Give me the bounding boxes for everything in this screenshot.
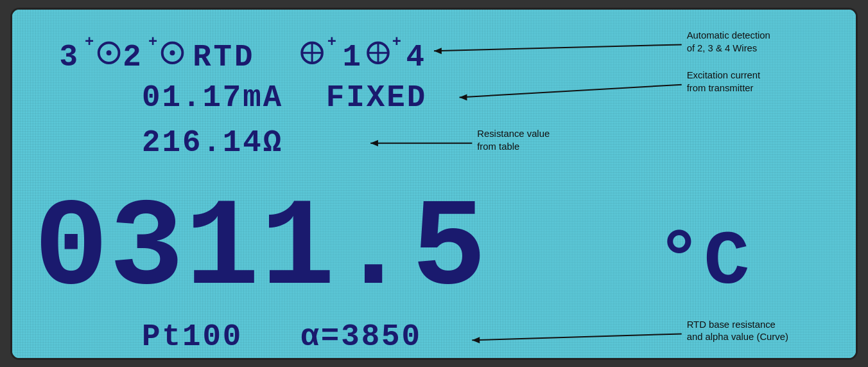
annotation-auto-line2: of 2, 3 & 4 Wires [687, 43, 758, 53]
row1-dot2 [170, 50, 175, 55]
row1-plus3: + [327, 33, 336, 51]
row1-plus2: + [148, 33, 157, 51]
annotation-excitation-line1: Excitation current [687, 69, 761, 80]
annotation-resistance-line2: from table [477, 141, 519, 151]
unit-degree: ° [656, 219, 702, 306]
main-reading: 0311.5 [34, 179, 487, 320]
unit-c: C [704, 219, 749, 306]
annotation-rtd-line2: and alpha value (Curve) [687, 332, 788, 342]
row1-4: 4 [406, 40, 424, 75]
row1-text: 3 [59, 40, 78, 75]
annotation-excitation-line2: from transmitter [687, 82, 754, 93]
lcd-display: 3 + 2 + RTD + 1 + 4 01.17mA FIXED 216.14… [10, 8, 858, 360]
annotation-rtd-line1: RTD base resistance [687, 319, 776, 329]
row1-1: 1 [343, 40, 361, 75]
row5-pt100: Pt100 [142, 319, 243, 354]
row3-resistance: 216.14Ω [142, 125, 283, 159]
row1-2: 2 [123, 40, 142, 75]
annotation-resistance-line1: Resistance value [477, 128, 550, 138]
row2-fixed: FIXED [326, 80, 427, 115]
row2-value: 01.17mA [142, 80, 283, 115]
row1-rtd: RTD [193, 40, 255, 75]
annotation-auto-line1: Automatic detection [687, 30, 770, 40]
row5-alpha: α=3850 [300, 319, 422, 354]
row1-plus1: + [85, 33, 94, 51]
row1-plus4: + [392, 33, 401, 51]
row1-dot1 [107, 50, 112, 55]
